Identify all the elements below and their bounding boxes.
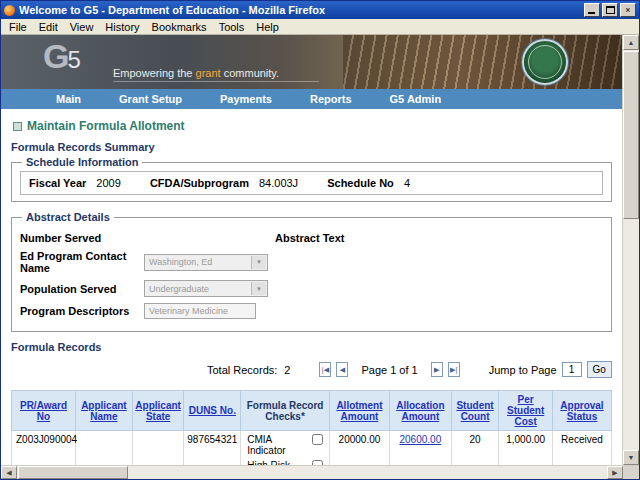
menu-edit[interactable]: Edit xyxy=(33,20,64,34)
logo-5: 5 xyxy=(67,46,78,73)
banner-tagline: Empowering the grant community. xyxy=(113,67,319,82)
cell-per-student-cost: 1,000.00 xyxy=(499,431,553,466)
check-row-high-risk: High Risk xyxy=(241,457,329,465)
menu-history[interactable]: History xyxy=(99,20,145,34)
nav-reports[interactable]: Reports xyxy=(291,93,371,105)
menubar: File Edit View History Bookmarks Tools H… xyxy=(1,19,639,35)
horizontal-scroll-thumb[interactable] xyxy=(18,466,128,479)
header-applicant-name: Applicant Name xyxy=(76,391,133,431)
sort-applicant-name-link[interactable]: Applicant Name xyxy=(81,400,127,422)
close-button[interactable]: × xyxy=(620,3,636,17)
nav-g5-admin[interactable]: G5 Admin xyxy=(371,93,461,105)
header-formula-record-checks: Formula Record Checks* xyxy=(241,391,330,431)
cfda-label: CFDA/Subprogram xyxy=(150,177,249,189)
cfda-value: 84.003J xyxy=(259,177,298,189)
cell-applicant-state xyxy=(132,431,184,466)
horizontal-scroll-track[interactable] xyxy=(128,466,607,479)
allocation-amount-link[interactable]: 20600.00 xyxy=(399,434,441,445)
menu-bookmarks[interactable]: Bookmarks xyxy=(146,20,213,34)
prev-page-button[interactable]: ◀ xyxy=(336,362,348,377)
program-descriptors-input[interactable]: Veterinary Medicine xyxy=(144,303,256,319)
cell-pr-award-no: Z003J090004 xyxy=(12,431,76,466)
table-row: Z003J090004 987654321 CMIA Indicator xyxy=(12,431,612,466)
bottom-bar: ◀ ▶ xyxy=(1,465,639,479)
program-descriptors-value: Veterinary Medicine xyxy=(149,306,228,316)
sort-allocation-amount-link[interactable]: Allocation Amount xyxy=(396,400,444,422)
chevron-down-icon: ▼ xyxy=(251,256,266,269)
page-title-text: Maintain Formula Allotment xyxy=(27,119,185,133)
contact-name-select[interactable]: Washington, Ed ▼ xyxy=(144,254,268,271)
menu-help[interactable]: Help xyxy=(250,20,285,34)
scroll-up-icon[interactable]: ▲ xyxy=(623,35,639,50)
contact-name-value: Washington, Ed xyxy=(149,257,212,267)
tagline-pre: Empowering the xyxy=(113,67,196,79)
header-allotment-amount: Allotment Amount xyxy=(330,391,390,431)
schedule-box: Fiscal Year 2009 CFDA/Subprogram 84.003J… xyxy=(20,171,603,195)
vertical-scrollbar[interactable]: ▲ ▼ xyxy=(622,35,639,465)
header-per-student-cost: Per Student Cost xyxy=(499,391,553,431)
minimize-icon xyxy=(588,12,595,14)
header-pr-award-no: PR/Award No xyxy=(12,391,76,431)
sort-approval-status-link[interactable]: Approval Status xyxy=(560,400,603,422)
go-button[interactable]: Go xyxy=(587,361,612,378)
horizontal-scrollbar[interactable]: ◀ ▶ xyxy=(1,465,623,479)
schedule-no-label: Schedule No xyxy=(327,177,394,189)
nav-main[interactable]: Main xyxy=(37,93,100,105)
maximize-button[interactable] xyxy=(602,3,618,17)
population-served-label: Population Served xyxy=(20,283,144,295)
scroll-left-icon[interactable]: ◀ xyxy=(1,466,17,479)
abstract-details-fieldset: Abstract Details Number Served Abstract … xyxy=(11,211,612,332)
tagline-post: community. xyxy=(221,67,279,79)
header-student-count: Student Count xyxy=(451,391,498,431)
scroll-down-icon[interactable]: ▼ xyxy=(623,450,639,465)
schedule-no-value: 4 xyxy=(404,177,410,189)
nav-payments[interactable]: Payments xyxy=(201,93,291,105)
menu-file[interactable]: File xyxy=(3,20,33,34)
abstract-legend: Abstract Details xyxy=(22,211,114,223)
doe-seal-icon xyxy=(522,39,568,85)
bullet-icon xyxy=(13,122,22,131)
first-page-button[interactable]: |◀ xyxy=(319,362,331,377)
menu-tools[interactable]: Tools xyxy=(213,20,251,34)
summary-heading: Formula Records Summary xyxy=(11,141,612,153)
cell-student-count: 20 xyxy=(451,431,498,466)
cmia-indicator-label: CMIA Indicator xyxy=(247,434,312,456)
page-status: Page 1 of 1 xyxy=(361,364,417,376)
sort-per-student-cost-link[interactable]: Per Student Cost xyxy=(507,394,544,427)
sort-allotment-amount-link[interactable]: Allotment Amount xyxy=(336,400,382,422)
population-served-select[interactable]: Undergraduate ▼ xyxy=(144,280,268,297)
minimize-button[interactable] xyxy=(584,3,600,17)
sort-duns-no-link[interactable]: DUNS No. xyxy=(189,405,236,416)
browser-window: Welcome to G5 - Department of Education … xyxy=(0,0,640,480)
contact-name-label: Ed Program Contact Name xyxy=(20,250,144,274)
program-descriptors-label: Program Descriptors xyxy=(20,305,144,317)
sort-student-count-link[interactable]: Student Count xyxy=(456,400,493,422)
cell-approval-status: Received xyxy=(553,431,612,466)
menu-view[interactable]: View xyxy=(64,20,100,34)
next-page-button[interactable]: ▶ xyxy=(431,362,443,377)
cmia-indicator-checkbox[interactable] xyxy=(312,434,323,445)
cell-applicant-name xyxy=(76,431,133,466)
sort-applicant-state-link[interactable]: Applicant State xyxy=(135,400,181,422)
scrollbar-corner xyxy=(623,465,639,479)
firefox-icon xyxy=(4,5,15,16)
header-approval-status: Approval Status xyxy=(553,391,612,431)
tagline-grant: grant xyxy=(196,67,221,79)
g5-logo: G5 xyxy=(43,37,79,76)
total-records-label: Total Records: xyxy=(207,364,277,376)
jump-to-page-input[interactable] xyxy=(562,362,582,377)
cell-allotment-amount: 20000.00 xyxy=(330,431,390,466)
scroll-right-icon[interactable]: ▶ xyxy=(607,466,623,479)
chevron-down-icon: ▼ xyxy=(251,282,266,295)
jump-to-page-label: Jump to Page xyxy=(489,364,557,376)
check-row-cmia: CMIA Indicator xyxy=(241,431,329,457)
sort-pr-award-no-link[interactable]: PR/Award No xyxy=(20,400,67,422)
main-nav: Main Grant Setup Payments Reports G5 Adm… xyxy=(1,89,622,109)
nav-grant-setup[interactable]: Grant Setup xyxy=(100,93,201,105)
number-served-label: Number Served xyxy=(20,232,144,244)
vertical-scroll-thumb[interactable] xyxy=(623,51,639,219)
last-page-button[interactable]: ▶| xyxy=(448,362,460,377)
header-applicant-state: Applicant State xyxy=(132,391,184,431)
vertical-scroll-track[interactable] xyxy=(623,219,639,450)
page-body: Maintain Formula Allotment Formula Recor… xyxy=(1,109,622,465)
